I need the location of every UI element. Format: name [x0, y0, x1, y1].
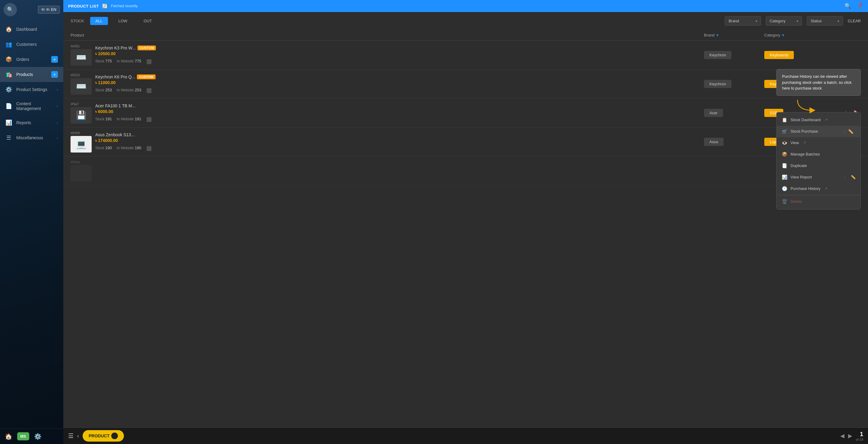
back-button[interactable]: ‹: [77, 433, 79, 439]
product-name-f3a7: Acer FA100 1 TB M...: [95, 103, 136, 108]
barcode-icon-e561[interactable]: ▦: [146, 58, 152, 65]
ctx-view-label: View: [790, 140, 799, 145]
product-info-0eaa: #0eaa: [70, 160, 704, 182]
ctx-stock-purchase-label: Stock Purchase: [790, 129, 818, 133]
delete-icon: 🗑️: [781, 199, 787, 204]
brand-chip-f3a7[interactable]: Acer: [704, 109, 723, 117]
product-settings-arrow: ›: [57, 88, 58, 91]
product-stock-e561: Stock 775 In Website 775 ▦: [95, 58, 156, 65]
brand-chip-5523[interactable]: Keychron: [704, 80, 732, 88]
barcode-icon-5523[interactable]: ▦: [146, 87, 152, 94]
products-icon: 🛍️: [5, 71, 12, 78]
ctx-stock-purchase[interactable]: 🛒 Stock Purchase ⋮ ✏️: [777, 126, 861, 137]
website-stock-label-8308: In Website 190: [117, 146, 142, 150]
reports-icon: 📊: [5, 119, 12, 126]
product-name-8308: Asus Zenbook S13...: [95, 132, 134, 137]
sidebar-item-customers[interactable]: 👥 Customers: [0, 37, 63, 52]
brand-chip-e561[interactable]: Keychron: [704, 51, 732, 59]
category-chip-e561[interactable]: Keyboards: [764, 51, 794, 59]
sidebar-label-reports: Reports: [16, 120, 31, 125]
sidebar-top: 🔍 বাং বাং EN: [0, 0, 63, 19]
website-stock-label-5523: In Website 253: [117, 88, 142, 92]
external-link-icon-history: ↗: [825, 187, 827, 190]
sidebar-label-products: Products: [16, 72, 33, 77]
topbar-help-icon[interactable]: ❓: [857, 3, 863, 9]
ctx-view[interactable]: 👁️ View ↗: [777, 137, 861, 149]
sidebar-label-dashboard: Dashboard: [16, 27, 37, 32]
misc-arrow: ›: [57, 136, 58, 139]
ctx-stock-dashboard-label: Stock Dashboard: [790, 118, 821, 122]
menu-icon[interactable]: ☰: [68, 432, 73, 440]
view-report-edit[interactable]: ✏️: [851, 175, 856, 179]
topbar-search-icon[interactable]: 🔍: [844, 3, 851, 9]
table-header: Product Brand ▼ Category ▼: [63, 30, 868, 41]
sidebar-item-product-settings[interactable]: ⚙️ Product Settings ›: [0, 82, 63, 97]
barcode-icon-f3a7[interactable]: ▦: [146, 116, 152, 123]
sidebar-item-reports[interactable]: 📊 Reports ›: [0, 115, 63, 130]
ctx-view-report[interactable]: 📊 View Report ⋮ ✏️: [777, 171, 861, 183]
table-row: #e561 ⌨️ Keychron K3 Pro W... CUSTOM ৳ 1…: [63, 41, 868, 70]
brand-chip-8308[interactable]: Asus: [704, 138, 723, 146]
clear-filters-button[interactable]: CLEAR: [848, 19, 861, 23]
category-filter-icon[interactable]: ▼: [781, 33, 785, 37]
ctx-purchase-history[interactable]: 🕐 Purchase History ↗: [777, 183, 861, 194]
add-product-button[interactable]: PRODUCT +: [83, 430, 124, 442]
language-button[interactable]: বাং বাং EN: [38, 6, 60, 13]
bottom-bar: ☰ ‹ PRODUCT + ◀ ▶ 1 of 19: [63, 427, 868, 444]
search-button[interactable]: 🔍: [4, 3, 17, 16]
tooltip-bubble: Purchase History can be viewed after pur…: [776, 69, 861, 96]
sidebar-item-orders[interactable]: 📦 Orders +: [0, 52, 63, 67]
table-row: #8308 💻 Asus Zenbook S13... ৳ 174000.00 …: [63, 127, 868, 156]
brand-filter[interactable]: Brand: [725, 16, 761, 26]
stock-all-button[interactable]: ALL: [90, 17, 108, 25]
product-price-8308: ৳ 174000.00: [95, 138, 152, 143]
sidebar-item-content-management[interactable]: 📄 Content Management ›: [0, 97, 63, 115]
bottom-home-button[interactable]: 🏠: [5, 433, 12, 440]
sidebar-item-products[interactable]: 🛍️ Products +: [0, 67, 63, 82]
orders-add-badge[interactable]: +: [51, 56, 58, 63]
stock-purchase-icon: 🛒: [781, 129, 787, 134]
page-title: PRODUCT LIST: [68, 4, 99, 8]
product-id-8308: #8308: [70, 131, 92, 135]
ctx-duplicate[interactable]: 📑 Duplicate: [777, 160, 861, 171]
th-actions: [825, 33, 861, 37]
add-product-icon: +: [111, 433, 118, 439]
sidebar-item-dashboard[interactable]: 🏠 Dashboard: [0, 22, 63, 37]
brand-filter-icon[interactable]: ▼: [716, 33, 719, 37]
main-content: PRODUCT LIST 🔄 Fetched recently 🔍 ❓ STOC…: [63, 0, 868, 444]
ctx-delete[interactable]: 🗑️ Delete: [777, 196, 861, 208]
th-category: Category ▼: [764, 33, 825, 37]
stock-purchase-dots[interactable]: ⋮: [842, 129, 846, 133]
pagination-info: 1 of 19: [856, 431, 863, 441]
sidebar-label-customers: Customers: [16, 42, 37, 47]
view-report-dots[interactable]: ⋮: [843, 175, 846, 179]
products-add-badge[interactable]: +: [51, 71, 58, 78]
pagination-prev-button[interactable]: ◀: [840, 433, 844, 439]
sidebar-item-miscellaneous[interactable]: ☰ Miscellaneous ›: [0, 130, 63, 145]
product-image-0eaa: [70, 165, 92, 182]
bottom-settings-button[interactable]: ⚙️: [34, 433, 41, 440]
barcode-icon-8308[interactable]: ▦: [146, 145, 152, 152]
stock-dashboard-icon: 📋: [781, 117, 787, 123]
product-id-f3a7: #f3a7: [70, 102, 92, 106]
lang-en-label: বাং EN: [46, 7, 56, 12]
stock-purchase-edit[interactable]: ✏️: [848, 129, 853, 134]
keyboard2-image-icon: ⌨️: [76, 82, 87, 91]
pagination-next-button[interactable]: ▶: [848, 433, 852, 439]
ctx-manage-batches[interactable]: 📦 Manage Batches: [777, 149, 861, 160]
tooltip-arrow: [795, 98, 818, 113]
stock-low-button[interactable]: LOW: [113, 17, 133, 25]
ms-button[interactable]: MS: [17, 432, 29, 440]
ssd-image-icon: 💾: [76, 110, 87, 120]
product-info-f3a7: #f3a7 💾 Acer FA100 1 TB M... ৳ 6000.00 S…: [70, 102, 704, 124]
stock-label: STOCK: [70, 19, 84, 23]
orders-icon: 📦: [5, 56, 12, 63]
sidebar-label-orders: Orders: [16, 57, 29, 62]
refresh-button[interactable]: 🔄: [102, 3, 108, 9]
status-filter-wrap: Status: [807, 16, 843, 26]
sidebar-label-product-settings: Product Settings: [16, 87, 47, 92]
status-filter[interactable]: Status: [807, 16, 843, 26]
stock-out-button[interactable]: OUT: [138, 17, 157, 25]
ctx-stock-dashboard[interactable]: 📋 Stock Dashboard ↗: [777, 114, 861, 126]
category-filter[interactable]: Category: [766, 16, 802, 26]
